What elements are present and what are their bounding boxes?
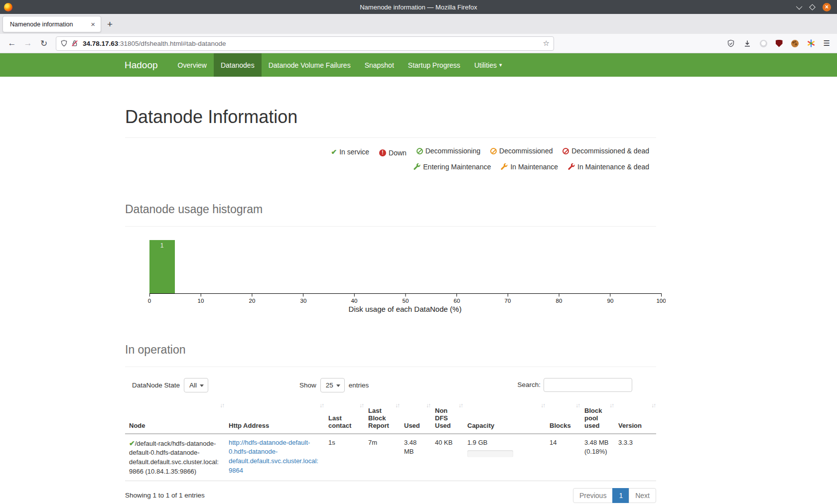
http-address-link[interactable]: http://hdfs-datanode-default-0.hdfs-data… xyxy=(229,439,318,475)
nav-item-datanode-volume-failures[interactable]: Datanode Volume Failures xyxy=(262,53,358,77)
new-tab-button[interactable]: + xyxy=(107,19,113,30)
url-host: 34.78.17.63 xyxy=(83,40,118,47)
sort-icon: ↓↑ xyxy=(319,402,323,409)
sort-icon: ↓↑ xyxy=(426,402,430,409)
nav-item-datanodes[interactable]: Datanodes xyxy=(214,53,262,77)
nav-item-overview[interactable]: Overview xyxy=(171,53,214,77)
col-header-node[interactable]: Node↓↑ xyxy=(125,402,225,434)
caret-down-icon: ▾ xyxy=(499,62,502,68)
colorful-asterisk-extension-icon[interactable] xyxy=(807,39,815,47)
ublock-origin-icon[interactable] xyxy=(776,40,783,47)
sort-icon: ↓↑ xyxy=(609,402,613,409)
url-bar[interactable]: 34.78.17.63:31805/dfshealth.html#tab-dat… xyxy=(56,36,554,51)
cell-version: 3.3.3 xyxy=(614,434,656,481)
x-axis-labels: 0 10 20 30 40 50 60 70 80 90 100 xyxy=(148,298,666,304)
legend-decommissioning: Decommissioning xyxy=(417,144,480,158)
svg-text:90: 90 xyxy=(607,298,614,304)
svg-text:50: 50 xyxy=(403,298,409,304)
cookie-extension-icon[interactable] xyxy=(791,40,799,47)
reload-button[interactable]: ↻ xyxy=(36,38,52,49)
col-header-last-block-report[interactable]: Last Block Report↓↑ xyxy=(364,402,400,434)
nav-item-utilities[interactable]: Utilities▾ xyxy=(467,53,509,77)
svg-text:100: 100 xyxy=(656,298,666,304)
legend-in-maintenance: In Maintenance xyxy=(501,160,558,174)
sort-icon: ↓↑ xyxy=(220,402,224,409)
datanode-table: Node↓↑ Http Address↓↑ Last contact↓↑ Las… xyxy=(125,402,656,481)
col-header-block-pool-used[interactable]: Block pool used↓↑ xyxy=(580,402,614,434)
nav-item-startup-progress[interactable]: Startup Progress xyxy=(401,53,467,77)
pagination-previous[interactable]: Previous xyxy=(573,488,613,503)
showing-entries-text: Showing 1 to 1 of 1 entries xyxy=(125,492,205,499)
cell-last-block-report: 7m xyxy=(364,434,400,481)
extension-icon[interactable] xyxy=(760,40,767,47)
cell-last-contact: 1s xyxy=(324,434,364,481)
table-header-row: Node↓↑ Http Address↓↑ Last contact↓↑ Las… xyxy=(125,402,656,434)
pagination-page-1[interactable]: 1 xyxy=(612,488,629,503)
bookmark-star-icon[interactable]: ☆ xyxy=(543,39,550,48)
divider xyxy=(125,226,656,227)
page-title: Datanode Information xyxy=(125,107,656,127)
svg-text:0: 0 xyxy=(148,298,151,304)
legend-in-maintenance-dead: In Maintenance & dead xyxy=(568,160,649,174)
ban-icon xyxy=(490,148,497,154)
col-header-used[interactable]: Used↓↑ xyxy=(400,402,431,434)
table-row: ✔/default-rack/hdfs-datanode-default-0.h… xyxy=(125,434,656,481)
cell-blocks: 14 xyxy=(546,434,580,481)
legend-in-service: ✔In service xyxy=(331,145,369,159)
window-title: Namenode information — Mozilla Firefox xyxy=(0,3,837,11)
col-header-capacity[interactable]: Capacity↓↑ xyxy=(463,402,546,434)
histogram-section-title: Datanode usage histogram xyxy=(125,203,656,216)
capacity-progress-bar xyxy=(467,450,513,457)
datanode-state-select[interactable]: All xyxy=(184,378,208,392)
svg-text:80: 80 xyxy=(556,298,562,304)
show-label: Show xyxy=(299,381,316,389)
col-header-non-dfs-used[interactable]: Non DFS Used↓↑ xyxy=(431,402,463,434)
sort-icon: ↓↑ xyxy=(575,402,579,409)
tracking-shield-icon[interactable] xyxy=(60,39,68,47)
col-header-blocks[interactable]: Blocks↓↑ xyxy=(546,402,580,434)
window-close-icon[interactable]: × xyxy=(823,3,831,11)
pagination-next[interactable]: Next xyxy=(629,488,656,503)
cell-http-address: http://hdfs-datanode-default-0.hdfs-data… xyxy=(225,434,324,481)
menu-hamburger-icon[interactable]: ☰ xyxy=(824,39,830,48)
sort-icon: ↓↑ xyxy=(651,402,655,409)
forward-button[interactable]: → xyxy=(20,38,36,48)
url-text: 34.78.17.63:31805/dfshealth.html#tab-dat… xyxy=(83,40,543,47)
back-button[interactable]: ← xyxy=(4,38,20,48)
tab-title: Namenode information xyxy=(10,21,89,28)
wrench-icon xyxy=(568,163,575,170)
check-icon: ✔ xyxy=(331,145,337,159)
search-input[interactable] xyxy=(544,378,632,392)
legend-decommissioned-dead: Decommissioned & dead xyxy=(562,144,649,158)
bar-count-label: 1 xyxy=(160,242,164,249)
pagination: Previous 1 Next xyxy=(573,488,656,503)
nav-item-snapshot[interactable]: Snapshot xyxy=(358,53,401,77)
exclamation-circle-icon: ! xyxy=(379,149,386,156)
tab-strip: Namenode information × + xyxy=(0,14,837,34)
tab-close-icon[interactable]: × xyxy=(89,20,97,28)
search-label: Search: xyxy=(517,381,541,388)
browser-tab[interactable]: Namenode information × xyxy=(2,16,101,32)
page-length-select[interactable]: 25 xyxy=(320,378,345,392)
navbar-brand[interactable]: Hadoop xyxy=(125,53,171,77)
downloads-icon[interactable] xyxy=(743,39,751,48)
sort-icon: ↓↑ xyxy=(359,402,363,409)
svg-text:20: 20 xyxy=(249,298,256,304)
status-legend: ✔In service !Down Decommissioning Decomm… xyxy=(125,144,656,175)
cell-block-pool-used: 3.48 MB (0.18%) xyxy=(580,434,614,481)
ban-icon xyxy=(417,148,423,154)
in-service-check-icon: ✔ xyxy=(129,439,135,447)
maximize-icon[interactable] xyxy=(809,4,816,10)
cell-used: 3.48 MB xyxy=(400,434,431,481)
browser-toolbar: ← → ↻ 34.78.17.63:31805/dfshealth.html#t… xyxy=(0,34,837,53)
legend-entering-maintenance: Entering Maintenance xyxy=(414,160,491,174)
x-axis-caption: Disk usage of each DataNode (%) xyxy=(349,305,462,313)
protections-shield-icon[interactable] xyxy=(727,39,735,48)
col-header-http-address[interactable]: Http Address↓↑ xyxy=(225,402,324,434)
sort-icon: ↓↑ xyxy=(541,402,545,409)
window-titlebar: Namenode information — Mozilla Firefox × xyxy=(0,0,837,14)
col-header-version[interactable]: Version↓↑ xyxy=(614,402,656,434)
insecure-lock-icon[interactable] xyxy=(71,39,79,47)
col-header-last-contact[interactable]: Last contact↓↑ xyxy=(324,402,364,434)
divider xyxy=(125,367,656,367)
